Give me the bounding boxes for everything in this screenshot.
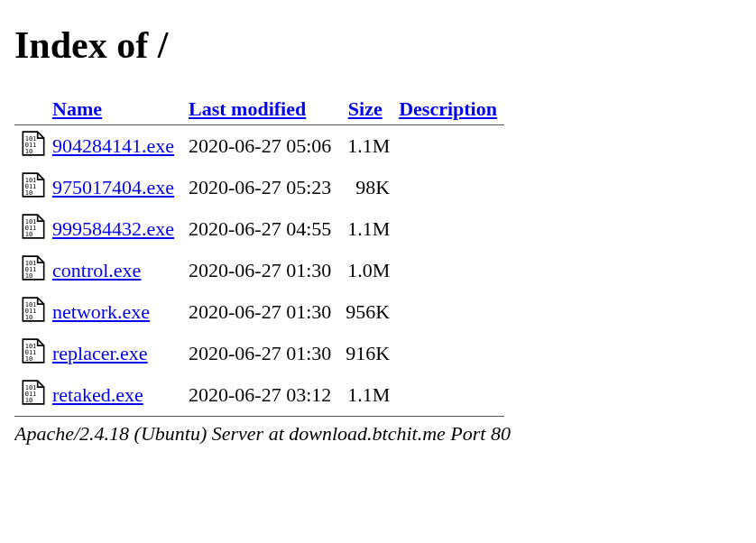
file-description: [392, 250, 504, 291]
file-link[interactable]: 999584432.exe: [52, 217, 174, 240]
sort-description-link[interactable]: Description: [399, 97, 497, 120]
table-row: 10101110control.exe2020-06-27 01:301.0M: [14, 250, 504, 291]
file-link[interactable]: control.exe: [52, 259, 141, 281]
file-modified: 2020-06-27 05:06: [181, 125, 338, 167]
file-description: [392, 167, 504, 208]
file-description: [392, 333, 504, 374]
sort-name-link[interactable]: Name: [52, 97, 102, 120]
file-size: 1.1M: [338, 208, 392, 250]
sort-size-link[interactable]: Size: [348, 97, 383, 120]
svg-text:10: 10: [25, 148, 32, 155]
file-size: 1.1M: [338, 374, 392, 416]
binary-file-icon: 10101110: [22, 345, 45, 368]
file-description: [392, 125, 504, 167]
binary-file-icon: 10101110: [22, 387, 45, 410]
file-description: [392, 291, 504, 333]
directory-listing: Name Last modified Size Description 1010…: [14, 94, 504, 417]
svg-text:10: 10: [25, 272, 32, 280]
binary-file-icon: 10101110: [22, 221, 45, 244]
file-size: 98K: [338, 167, 392, 208]
table-row: 10101110retaked.exe2020-06-27 03:121.1M: [14, 374, 504, 416]
svg-text:10: 10: [25, 314, 32, 321]
svg-text:10: 10: [25, 189, 32, 197]
binary-file-icon: 10101110: [22, 179, 45, 202]
table-row: 10101110999584432.exe2020-06-27 04:551.1…: [14, 208, 504, 250]
file-modified: 2020-06-27 01:30: [181, 333, 338, 374]
table-row: 10101110975017404.exe2020-06-27 05:2398K: [14, 167, 504, 208]
binary-file-icon: 10101110: [22, 262, 45, 285]
server-signature: Apache/2.4.18 (Ubuntu) Server at downloa…: [14, 422, 742, 446]
table-row: 10101110network.exe2020-06-27 01:30956K: [14, 291, 504, 333]
file-link[interactable]: replacer.exe: [52, 342, 148, 364]
page-title: Index of /: [14, 23, 742, 67]
file-modified: 2020-06-27 04:55: [181, 208, 338, 250]
binary-file-icon: 10101110: [22, 138, 45, 161]
file-size: 956K: [338, 291, 392, 333]
file-modified: 2020-06-27 01:30: [181, 291, 338, 333]
file-size: 1.0M: [338, 250, 392, 291]
binary-file-icon: 10101110: [22, 304, 45, 327]
file-modified: 2020-06-27 03:12: [181, 374, 338, 416]
svg-text:10: 10: [25, 231, 32, 238]
svg-text:10: 10: [25, 397, 32, 404]
table-row: 10101110904284141.exe2020-06-27 05:061.1…: [14, 125, 504, 167]
file-size: 916K: [338, 333, 392, 374]
file-modified: 2020-06-27 05:23: [181, 167, 338, 208]
file-description: [392, 374, 504, 416]
file-link[interactable]: 975017404.exe: [52, 176, 174, 198]
file-size: 1.1M: [338, 125, 392, 167]
svg-text:10: 10: [25, 355, 32, 363]
file-link[interactable]: 904284141.exe: [52, 134, 174, 157]
table-row: 10101110replacer.exe2020-06-27 01:30916K: [14, 333, 504, 374]
sort-modified-link[interactable]: Last modified: [189, 97, 306, 120]
file-description: [392, 208, 504, 250]
file-link[interactable]: network.exe: [52, 300, 150, 323]
file-modified: 2020-06-27 01:30: [181, 250, 338, 291]
file-link[interactable]: retaked.exe: [52, 383, 143, 406]
